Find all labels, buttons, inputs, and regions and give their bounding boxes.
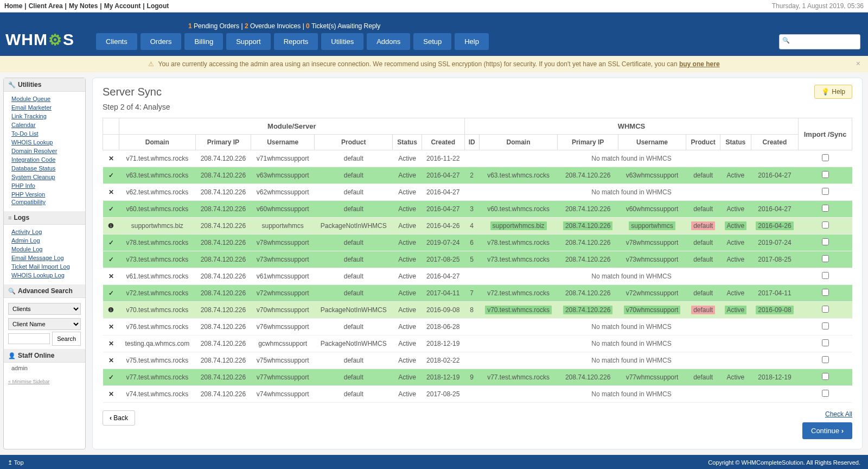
logo[interactable]: WHM⚙S [5, 30, 74, 49]
warning-link[interactable]: buy one here [679, 60, 720, 68]
sync-table: Module/Server WHMCS Import /Sync Domain … [103, 118, 852, 403]
cell-rip: 208.74.120.226 [558, 369, 618, 386]
row-checkbox[interactable] [822, 356, 829, 363]
back-button[interactable]: Back [103, 410, 135, 426]
cell-domain: testing.qa.whmcs.com [119, 335, 196, 352]
check-all-link[interactable]: Check All [802, 410, 852, 418]
sidebar: 🔧Utilities Module QueueEmail MarketerLin… [3, 78, 86, 449]
cell-product: default [315, 234, 393, 251]
row-checkbox[interactable] [822, 272, 829, 279]
sidebar-util-whois-lookup[interactable]: WHOIS Lookup [11, 139, 53, 145]
cell-domain: supportwhmcs.biz [119, 218, 196, 234]
cell-domain: v61.test.whmcs.rocks [119, 268, 196, 285]
topbar-link-my-account[interactable]: My Account [104, 2, 141, 10]
footer-top[interactable]: Top [8, 459, 24, 466]
cell-domain: v70.test.whmcs.rocks [119, 302, 196, 319]
row-checkbox[interactable] [822, 238, 829, 245]
table-row: ✓v78.test.whmcs.rocks208.74.120.226v78wh… [103, 234, 852, 251]
pending-orders-label[interactable]: Pending Orders [194, 22, 239, 30]
sidebar-util-php-info[interactable]: PHP Info [11, 182, 35, 189]
cell-rstatus: Active [720, 251, 751, 268]
footer-copyright: Copyright © WHMCompleteSolution. All Rig… [708, 459, 860, 466]
row-status-icon: ✓ [103, 201, 119, 218]
warning-text: You are currently accessing the admin ar… [158, 60, 679, 68]
cell-domain: v72.test.whmcs.rocks [119, 285, 196, 302]
cell-ruser: v78whmcssupport [618, 234, 686, 251]
cell-created: 2017-08-25 [422, 386, 464, 403]
nav-orders[interactable]: Orders [141, 33, 182, 50]
sidebar-util-to-do-list[interactable]: To-Do List [11, 130, 39, 137]
cell-status: Active [393, 150, 422, 167]
cell-rip: 208.74.120.226 [558, 167, 618, 184]
row-checkbox[interactable] [822, 339, 829, 346]
search-box [779, 34, 860, 49]
sidebar-util-module-queue[interactable]: Module Queue [11, 96, 50, 102]
cell-username: v60whmcssupport [251, 201, 315, 218]
sidebar-util-email-marketer[interactable]: Email Marketer [11, 104, 52, 111]
sidebar-util-integration-code[interactable]: Integration Code [11, 156, 55, 163]
continue-button[interactable]: Continue [802, 422, 852, 439]
nav-setup[interactable]: Setup [413, 33, 451, 50]
table-row: ✓v73.test.whmcs.rocks208.74.120.226v73wh… [103, 251, 852, 268]
adv-search-button[interactable]: Search [52, 332, 81, 346]
sidebar-utilities-header: 🔧Utilities [4, 78, 85, 92]
cell-status: Active [393, 386, 422, 403]
topbar-link-logout[interactable]: Logout [147, 2, 169, 10]
sidebar-util-system-cleanup[interactable]: System Cleanup [11, 174, 55, 180]
row-checkbox[interactable] [822, 390, 829, 397]
sidebar-log-module-log[interactable]: Module Log [11, 246, 43, 252]
nav-clients[interactable]: Clients [96, 33, 137, 50]
row-checkbox[interactable] [822, 322, 829, 329]
nav-utilities[interactable]: Utilities [321, 33, 363, 50]
row-checkbox[interactable] [822, 255, 829, 262]
row-checkbox[interactable] [822, 154, 829, 161]
cell-status: Active [393, 218, 422, 234]
minimise-sidebar[interactable]: « Minimise Sidebar [4, 376, 85, 388]
sidebar-util-php-version-compatibility[interactable]: PHP Version Compatibility [11, 191, 46, 205]
nav-help[interactable]: Help [455, 33, 489, 50]
help-button[interactable]: 💡Help [814, 85, 852, 99]
sidebar-log-email-message-log[interactable]: Email Message Log [11, 255, 64, 261]
warning-icon: ⚠ [148, 60, 154, 68]
topbar-link-client-area[interactable]: Client Area [29, 2, 63, 10]
cell-nomatch: No match found in WHMCS [464, 319, 799, 335]
nav-addons[interactable]: Addons [367, 33, 410, 50]
topbar-link-home[interactable]: Home [4, 2, 22, 10]
sidebar-util-link-tracking[interactable]: Link Tracking [11, 113, 47, 119]
row-checkbox[interactable] [822, 289, 829, 296]
table-row: ✕v62.test.whmcs.rocks208.74.120.226v62wh… [103, 184, 852, 201]
search-input[interactable] [779, 34, 860, 49]
sidebar-log-ticket-mail-import-log[interactable]: Ticket Mail Import Log [11, 263, 70, 270]
sidebar-log-admin-log[interactable]: Admin Log [11, 237, 40, 244]
adv-select-field[interactable]: Client Name [8, 318, 81, 330]
cell-ip: 208.74.120.226 [195, 218, 251, 234]
sidebar-log-whois-lookup-log[interactable]: WHOIS Lookup Log [11, 272, 65, 278]
row-checkbox[interactable] [822, 205, 829, 212]
tickets-label[interactable]: Ticket(s) Awaiting Reply [311, 22, 380, 30]
row-checkbox[interactable] [822, 221, 829, 229]
adv-search-input[interactable] [8, 333, 50, 344]
cell-rip: 208.74.120.226 [558, 302, 618, 319]
cell-username: v78whmcssupport [251, 234, 315, 251]
nav-reports[interactable]: Reports [274, 33, 318, 50]
row-checkbox[interactable] [822, 306, 829, 313]
sidebar-util-calendar[interactable]: Calendar [11, 122, 36, 128]
sidebar-util-domain-resolver[interactable]: Domain Resolver [11, 148, 57, 154]
adv-select-type[interactable]: Clients [8, 303, 81, 315]
topbar-link-my-notes[interactable]: My Notes [69, 2, 98, 10]
sidebar-log-activity-log[interactable]: Activity Log [11, 229, 42, 235]
nav-support[interactable]: Support [226, 33, 271, 50]
row-checkbox[interactable] [822, 188, 829, 195]
overdue-invoices-label[interactable]: Overdue Invoices [250, 22, 301, 30]
nav-billing[interactable]: Billing [184, 33, 223, 50]
row-status-icon: ✓ [103, 234, 119, 251]
row-checkbox[interactable] [822, 171, 829, 178]
pending-orders-count: 1 [188, 22, 192, 30]
close-icon[interactable]: × [856, 59, 860, 68]
cell-rproduct: default [686, 218, 720, 234]
table-row: ❶supportwhmcs.biz208.74.120.226supportwh… [103, 218, 852, 234]
row-checkbox[interactable] [822, 373, 829, 380]
sidebar-util-database-status[interactable]: Database Status [11, 165, 55, 172]
cell-product: PackageNotInWHMCS [315, 218, 393, 234]
step-label: Step 2 of 4: Analyse [103, 103, 852, 111]
